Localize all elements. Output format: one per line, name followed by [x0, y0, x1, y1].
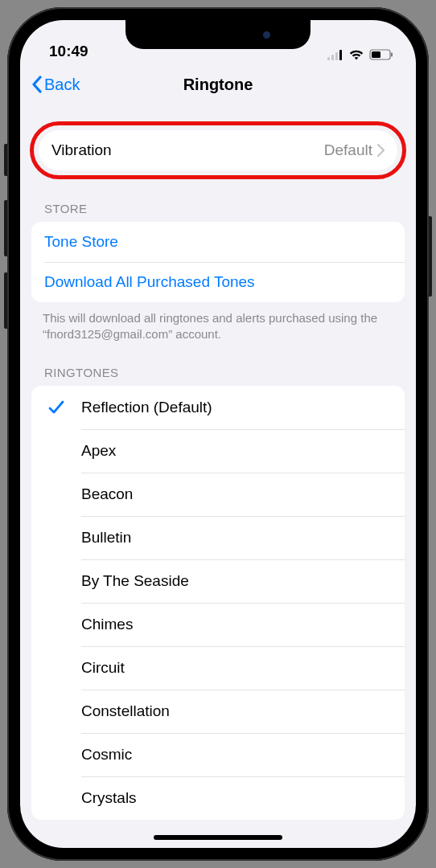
back-button[interactable]: Back	[31, 76, 80, 94]
svg-rect-2	[335, 52, 338, 60]
ringtone-row[interactable]: Chimes	[31, 603, 405, 646]
ringtone-row[interactable]: Circuit	[31, 646, 405, 690]
ringtone-label: Circuit	[81, 659, 125, 677]
chevron-left-icon	[31, 76, 43, 93]
vibration-label: Vibration	[51, 141, 112, 159]
volume-up-button	[4, 200, 7, 256]
store-group: Tone Store Download All Purchased Tones	[31, 222, 405, 302]
checkmark-icon	[31, 400, 81, 415]
section-header-store: STORE	[20, 179, 416, 222]
status-right	[327, 49, 393, 60]
vibration-value: Default	[324, 141, 372, 159]
vibration-row[interactable]: Vibration Default	[39, 130, 397, 170]
content: Vibration Default STORE Tone Store	[20, 107, 416, 848]
ringtone-label: Cosmic	[81, 746, 132, 764]
mute-switch	[4, 144, 7, 176]
nav-bar: Back Ringtone	[20, 62, 416, 107]
front-camera	[263, 31, 270, 39]
screen: 10:49	[20, 20, 416, 848]
ringtone-row[interactable]: By The Seaside	[31, 559, 405, 603]
ringtone-label: Chimes	[81, 616, 133, 633]
download-all-row[interactable]: Download All Purchased Tones	[31, 262, 405, 302]
ringtone-label: Beacon	[81, 485, 133, 503]
ringtone-label: Bulletin	[81, 529, 131, 547]
side-button	[429, 216, 432, 297]
home-indicator[interactable]	[154, 835, 282, 840]
ringtone-row[interactable]: Cosmic	[31, 733, 405, 776]
chevron-right-icon	[377, 144, 385, 157]
ringtone-row[interactable]: Reflection (Default)	[31, 386, 405, 429]
tone-store-label: Tone Store	[44, 233, 118, 251]
annotation-highlight: Vibration Default	[30, 121, 406, 179]
ringtone-label: Reflection (Default)	[81, 399, 212, 416]
volume-down-button	[4, 272, 7, 329]
ringtone-row[interactable]: Bulletin	[31, 516, 405, 559]
battery-icon	[369, 49, 393, 60]
svg-rect-6	[372, 51, 380, 58]
tone-store-row[interactable]: Tone Store	[31, 222, 405, 262]
cellular-icon	[327, 50, 343, 60]
phone-frame: 10:49	[7, 7, 429, 861]
wifi-icon	[348, 49, 364, 60]
ringtone-row[interactable]: Apex	[31, 429, 405, 473]
svg-rect-0	[327, 57, 330, 60]
ringtone-row[interactable]: Beacon	[31, 473, 405, 516]
back-label: Back	[44, 76, 80, 94]
ringtone-label: Apex	[81, 442, 116, 460]
download-all-label: Download All Purchased Tones	[44, 273, 255, 291]
ringtone-row[interactable]: Constellation	[31, 690, 405, 733]
svg-rect-3	[339, 50, 342, 60]
svg-rect-1	[331, 55, 334, 60]
ringtone-label: Constellation	[81, 702, 170, 720]
section-header-ringtones: RINGTONES	[20, 343, 416, 386]
ringtone-label: Crystals	[81, 789, 137, 807]
section-footer-store: This will download all ringtones and ale…	[20, 302, 416, 343]
notch	[125, 20, 311, 49]
svg-rect-5	[391, 53, 393, 57]
ringtone-list: Reflection (Default)ApexBeaconBulletinBy…	[31, 386, 405, 820]
ringtone-row[interactable]: Crystals	[31, 776, 405, 820]
status-time: 10:49	[49, 43, 88, 60]
ringtone-label: By The Seaside	[81, 572, 189, 590]
